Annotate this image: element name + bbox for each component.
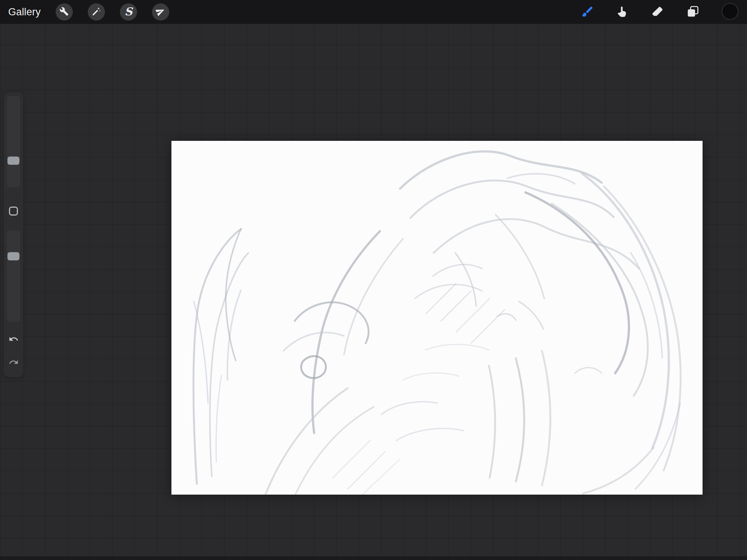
- sidebar-controls: [4, 92, 23, 377]
- brush-size-handle[interactable]: [7, 157, 19, 165]
- color-button[interactable]: [721, 3, 739, 21]
- selection-button[interactable]: S: [120, 3, 137, 21]
- paint-button[interactable]: [581, 5, 594, 19]
- toolbar-right-group: [581, 3, 739, 21]
- modify-button[interactable]: [4, 203, 23, 219]
- redo-arrow-icon: [9, 357, 19, 368]
- drawing-canvas[interactable]: [171, 141, 703, 495]
- actions-button[interactable]: [56, 3, 73, 21]
- current-color-swatch: [721, 3, 739, 21]
- transform-button[interactable]: [152, 3, 169, 21]
- top-toolbar: Gallery S: [0, 0, 747, 24]
- sketch-drawing: [171, 141, 703, 495]
- layers-icon: [686, 5, 700, 19]
- opacity-handle[interactable]: [7, 252, 19, 260]
- magic-wand-icon: [92, 7, 101, 17]
- eraser-icon: [651, 5, 664, 19]
- undo-arrow-icon: [9, 334, 19, 345]
- redo-button[interactable]: [4, 355, 23, 370]
- toolbar-left-group: Gallery S: [8, 3, 169, 21]
- selection-s-icon: S: [124, 6, 132, 17]
- layers-button[interactable]: [686, 5, 700, 19]
- smudge-button[interactable]: [616, 5, 629, 19]
- wrench-icon: [59, 7, 69, 17]
- erase-button[interactable]: [651, 5, 664, 19]
- gallery-button[interactable]: Gallery: [8, 6, 41, 18]
- transform-arrow-icon: [156, 7, 165, 17]
- opacity-slider[interactable]: [7, 231, 20, 322]
- brush-size-slider[interactable]: [7, 96, 20, 187]
- procreate-app: Gallery S: [0, 0, 747, 560]
- undo-button[interactable]: [4, 332, 23, 347]
- adjustments-button[interactable]: [88, 3, 105, 21]
- bottom-edge: [0, 556, 747, 560]
- brush-icon: [581, 5, 594, 19]
- square-icon: [9, 207, 18, 216]
- smudge-finger-icon: [616, 5, 629, 19]
